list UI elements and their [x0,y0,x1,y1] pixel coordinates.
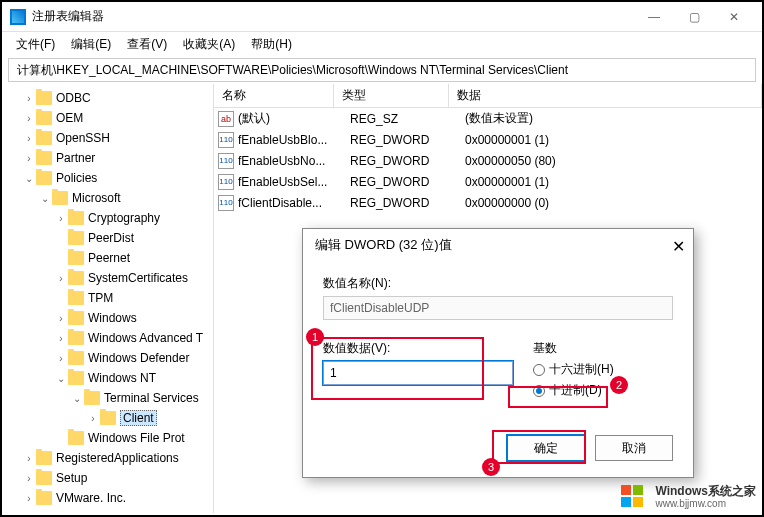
dialog-close-button[interactable]: ✕ [672,237,685,256]
tree-label: Peernet [88,251,130,265]
folder-icon [68,291,84,305]
list-row[interactable]: 110fEnableUsbSel...REG_DWORD0x00000001 (… [214,171,762,192]
reg-value-icon: 110 [218,153,234,169]
folder-icon [52,191,68,205]
dialog-title: 编辑 DWORD (32 位)值 [303,229,693,261]
chevron-icon[interactable]: › [22,493,36,504]
address-path: 计算机\HKEY_LOCAL_MACHINE\SOFTWARE\Policies… [17,62,568,79]
tree-label: Windows NT [88,371,156,385]
tree-item[interactable]: TPM [2,288,213,308]
tree-item[interactable]: PeerDist [2,228,213,248]
edit-dword-dialog: 编辑 DWORD (32 位)值 ✕ 数值名称(N): fClientDisab… [302,228,694,478]
tree-label: OpenSSH [56,131,110,145]
chevron-icon[interactable]: › [86,413,100,424]
chevron-icon[interactable]: › [22,473,36,484]
value-data-input[interactable] [323,361,513,385]
list-row[interactable]: 110fEnableUsbBlo...REG_DWORD0x00000001 (… [214,129,762,150]
tree-item[interactable]: ›Client [2,408,213,428]
window-title: 注册表编辑器 [32,8,634,25]
tree-item[interactable]: ›ODBC [2,88,213,108]
chevron-icon[interactable]: › [22,93,36,104]
list-row[interactable]: 110fClientDisable...REG_DWORD0x00000000 … [214,192,762,213]
tree-item[interactable]: ›VMware. Inc. [2,488,213,508]
folder-icon [36,151,52,165]
folder-icon [68,371,84,385]
tree-item[interactable]: ⌄Microsoft [2,188,213,208]
folder-icon [68,271,84,285]
cancel-button[interactable]: 取消 [595,435,673,461]
folder-icon [36,131,52,145]
menu-view[interactable]: 查看(V) [121,34,173,55]
tree-item[interactable]: ›Partner [2,148,213,168]
tree-item[interactable]: ›RegisteredApplications [2,448,213,468]
value-name-field: fClientDisableUDP [323,296,673,320]
folder-icon [68,331,84,345]
tree-label: Windows Defender [88,351,189,365]
list-header: 名称 类型 数据 [214,84,762,108]
windows-logo-icon [621,485,649,509]
ok-button[interactable]: 确定 [507,435,585,461]
tree-item[interactable]: ›OpenSSH [2,128,213,148]
tree-item[interactable]: Peernet [2,248,213,268]
tree-item[interactable]: ›Windows [2,308,213,328]
reg-value-icon: ab [218,111,234,127]
value-name-label: 数值名称(N): [323,275,673,292]
maximize-button[interactable]: ▢ [674,3,714,31]
tree-item[interactable]: ›Windows Advanced T [2,328,213,348]
menu-edit[interactable]: 编辑(E) [65,34,117,55]
chevron-icon[interactable]: ⌄ [38,193,52,204]
chevron-icon[interactable]: › [54,313,68,324]
col-type[interactable]: 类型 [334,84,449,107]
tree-item[interactable]: ›Cryptography [2,208,213,228]
menu-file[interactable]: 文件(F) [10,34,61,55]
tree-label: Terminal Services [104,391,199,405]
menu-favorites[interactable]: 收藏夹(A) [177,34,241,55]
radio-decimal[interactable]: 十进制(D) [533,382,673,399]
tree-item[interactable]: ›OEM [2,108,213,128]
col-data[interactable]: 数据 [449,84,762,107]
folder-icon [36,111,52,125]
menu-help[interactable]: 帮助(H) [245,34,298,55]
tree-item[interactable]: ⌄Terminal Services [2,388,213,408]
title-bar: 注册表编辑器 — ▢ ✕ [2,2,762,32]
base-label: 基数 [533,340,673,357]
chevron-icon[interactable]: › [22,153,36,164]
folder-icon [36,471,52,485]
chevron-icon[interactable]: ⌄ [70,393,84,404]
tree-item[interactable]: ›SystemCertificates [2,268,213,288]
reg-value-icon: 110 [218,132,234,148]
app-icon [10,9,26,25]
folder-icon [68,251,84,265]
tree-label: Microsoft [72,191,121,205]
chevron-icon[interactable]: › [22,453,36,464]
chevron-icon[interactable]: › [54,213,68,224]
chevron-icon[interactable]: ⌄ [54,373,68,384]
tree-item[interactable]: ›Setup [2,468,213,488]
radio-hex[interactable]: 十六进制(H) [533,361,673,378]
close-button[interactable]: ✕ [714,3,754,31]
minimize-button[interactable]: — [634,3,674,31]
value-data-label: 数值数据(V): [323,340,513,357]
tree-item[interactable]: ⌄Policies [2,168,213,188]
tree-item[interactable]: ⌄Windows NT [2,368,213,388]
chevron-icon[interactable]: › [22,133,36,144]
tree-item[interactable]: ›Windows Defender [2,348,213,368]
folder-icon [68,311,84,325]
tree-label: Windows [88,311,137,325]
chevron-icon[interactable]: › [22,113,36,124]
tree-label: Partner [56,151,95,165]
list-row[interactable]: 110fEnableUsbNo...REG_DWORD0x00000050 (8… [214,150,762,171]
tree-label: Policies [56,171,97,185]
chevron-icon[interactable]: ⌄ [22,173,36,184]
folder-icon [68,211,84,225]
chevron-icon[interactable]: › [54,333,68,344]
tree-item[interactable]: Windows File Prot [2,428,213,448]
tree-label: Windows Advanced T [88,331,203,345]
list-row[interactable]: ab(默认)REG_SZ(数值未设置) [214,108,762,129]
tree-label: PeerDist [88,231,134,245]
col-name[interactable]: 名称 [214,84,334,107]
chevron-icon[interactable]: › [54,273,68,284]
registry-tree[interactable]: ›ODBC›OEM›OpenSSH›Partner⌄Policies⌄Micro… [2,84,214,513]
address-bar[interactable]: 计算机\HKEY_LOCAL_MACHINE\SOFTWARE\Policies… [8,58,756,82]
chevron-icon[interactable]: › [54,353,68,364]
